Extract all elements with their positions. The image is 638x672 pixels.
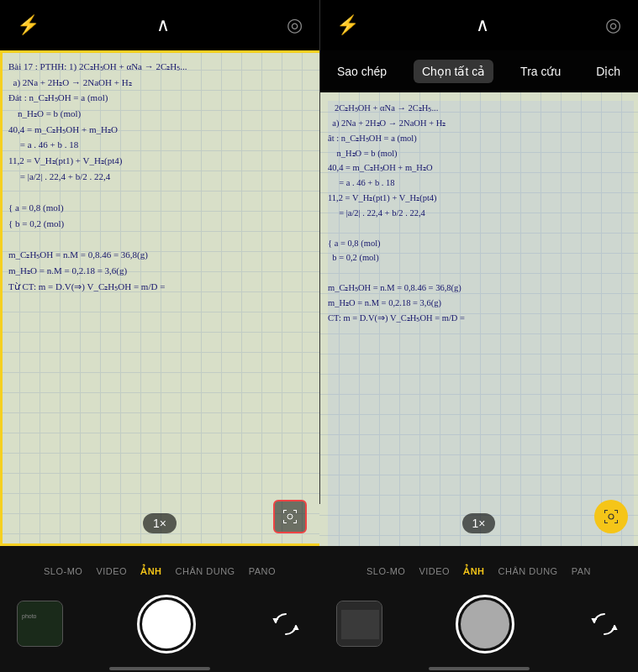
mode-video-left[interactable]: VIDEO [96, 566, 127, 576]
yellow-border-top [0, 50, 319, 53]
select-all-button[interactable]: Chọn tất cả [414, 60, 493, 83]
mode-video-right[interactable]: VIDEO [419, 566, 450, 576]
ocr-scan-button-right[interactable] [594, 500, 628, 533]
ocr-context-menu: Sao chép Chọn tất cả Tra cứu Dịch [319, 50, 638, 92]
svg-point-19 [609, 514, 614, 519]
ocr-scan-button-left[interactable] [273, 500, 307, 533]
mode-portrait-left[interactable]: CHÂN DUNG [176, 566, 235, 576]
shutter-button-right[interactable] [456, 595, 514, 654]
scan-icon-right [602, 507, 620, 526]
svg-rect-7 [296, 520, 297, 523]
flip-icon-left [271, 609, 301, 639]
thumbnail-image-right [337, 601, 382, 647]
right-mode-bar: SLO-MO VIDEO ẢNH CHÂN DUNG PAN [319, 559, 638, 584]
shutter-inner-right [461, 600, 509, 648]
math-content-right: 2C₂H₅OH + αNa → 2C₂H₅... a) 2Na + 2H₂O →… [328, 101, 634, 546]
svg-rect-21 [341, 610, 379, 639]
chevron-icon-left[interactable]: ∧ [156, 14, 170, 36]
svg-rect-1 [283, 510, 284, 513]
mode-slomo-left[interactable]: SLO-MO [44, 566, 82, 576]
zoom-indicator-left[interactable]: 1× [143, 513, 177, 533]
mode-portrait-right[interactable]: CHÂN DUNG [498, 566, 558, 576]
translate-button[interactable]: Dịch [588, 60, 629, 83]
mode-photo-right[interactable]: ẢNH [463, 566, 484, 577]
shutter-button-left[interactable] [137, 595, 196, 654]
svg-rect-18 [617, 520, 618, 523]
thumbnail-preview-left[interactable]: photo [17, 601, 63, 647]
lookup-button[interactable]: Tra cứu [512, 60, 569, 83]
mode-slomo-right[interactable]: SLO-MO [366, 566, 405, 576]
left-mode-bar: SLO-MO VIDEO ẢNH CHÂN DUNG PANO [0, 559, 319, 584]
svg-rect-14 [617, 510, 618, 513]
flip-camera-button-right[interactable] [588, 607, 621, 641]
yellow-border-bottom [0, 543, 319, 546]
left-camera-panel: ⚡ ∧ ◎ Bài 17 : PTHH: 1) 2C₂H₅OH + αNa → … [0, 0, 319, 672]
left-viewfinder: Bài 17 : PTHH: 1) 2C₂H₅OH + αNa → 2C₂H₅.… [0, 50, 319, 546]
panel-divider [319, 0, 320, 504]
thumbnail-image-left: photo [18, 601, 63, 647]
flip-icon-right [589, 609, 620, 639]
left-top-bar: ⚡ ∧ ◎ [0, 0, 319, 50]
right-viewfinder: 2C₂H₅OH + αNa → 2C₂H₅... a) 2Na + 2H₂O →… [319, 92, 638, 546]
svg-point-8 [287, 514, 293, 519]
left-bottom-bar: photo [0, 584, 319, 664]
yellow-border-left [0, 50, 3, 546]
flip-camera-button-left[interactable] [269, 607, 303, 641]
home-indicator-left [109, 667, 210, 670]
zoom-indicator-right[interactable]: 1× [462, 513, 496, 533]
svg-rect-12 [604, 510, 605, 513]
flash-icon-right[interactable]: ⚡ [336, 14, 359, 36]
mode-pano-left[interactable]: PANO [249, 566, 276, 576]
math-content-left: Bài 17 : PTHH: 1) 2C₂H₅OH + αNa → 2C₂H₅.… [8, 59, 315, 546]
mode-pan-right[interactable]: PAN [572, 566, 591, 576]
scan-icon-left [281, 507, 299, 526]
flash-icon-left[interactable]: ⚡ [17, 14, 40, 36]
live-photo-icon-right[interactable]: ◎ [605, 14, 621, 36]
notebook-background-right: 2C₂H₅OH + αNa → 2C₂H₅... a) 2Na + 2H₂O →… [319, 92, 638, 546]
shutter-inner-left [142, 600, 191, 648]
mode-photo-left[interactable]: ẢNH [140, 566, 161, 577]
svg-rect-16 [604, 520, 605, 523]
svg-rect-5 [283, 520, 284, 523]
thumbnail-preview-right[interactable] [336, 601, 382, 647]
chevron-icon-right[interactable]: ∧ [476, 14, 489, 36]
notebook-background: Bài 17 : PTHH: 1) 2C₂H₅OH + αNa → 2C₂H₅.… [0, 50, 319, 546]
copy-button[interactable]: Sao chép [329, 60, 395, 83]
right-camera-panel: ⚡ ∧ ◎ Sao chép Chọn tất cả Tra cứu Dịch … [319, 0, 638, 672]
svg-text:photo: photo [22, 613, 37, 620]
live-photo-icon-left[interactable]: ◎ [287, 14, 303, 36]
right-bottom-bar [319, 584, 638, 664]
home-indicator-right [429, 667, 530, 670]
right-top-bar: ⚡ ∧ ◎ [319, 0, 638, 50]
svg-rect-3 [296, 510, 297, 513]
svg-rect-9 [18, 601, 63, 647]
